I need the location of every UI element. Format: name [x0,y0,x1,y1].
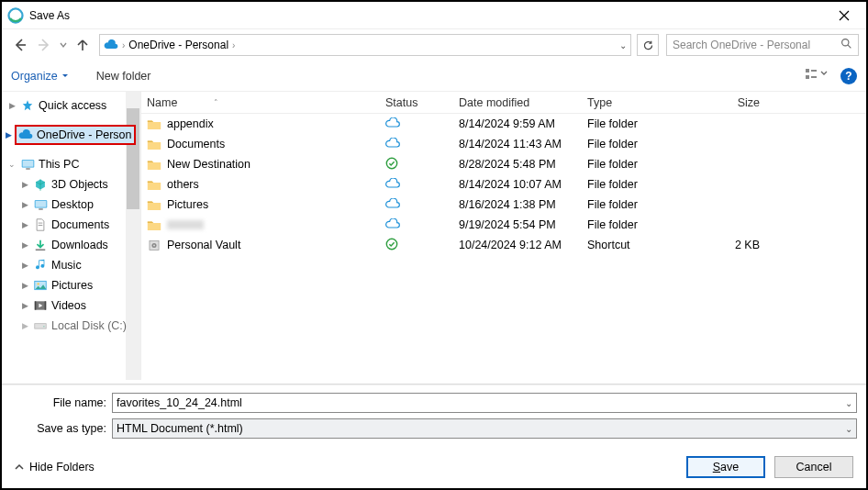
download-icon [33,238,48,252]
folder-icon [147,117,161,131]
view-controls: ? [806,68,857,84]
hide-folders-button[interactable]: Hide Folders [15,461,95,473]
chevron-down-icon [61,72,69,80]
svg-point-21 [43,326,45,328]
folder-icon [147,157,161,172]
filetype-select[interactable]: HTML Document (*.html) ⌄ [112,418,857,439]
cloud-icon [18,128,33,142]
col-status[interactable]: Status [385,96,459,109]
filename-input[interactable]: favorites_10_24_24.html ⌄ [112,393,857,413]
expand-icon[interactable]: ▶ [7,101,17,110]
cloud-icon [385,198,400,212]
view-mode-button[interactable] [806,68,828,84]
collapse-icon[interactable]: ⌄ [7,160,17,169]
svg-rect-2 [806,69,809,72]
toolbar: Organize New folder ? [2,61,866,92]
monitor-icon [33,197,48,212]
back-button[interactable] [9,34,31,56]
filename-label: File name: [11,396,112,409]
svg-rect-5 [811,76,817,78]
tree-item-local-disk[interactable]: ▶Local Disk (C:) [2,316,140,336]
svg-rect-19 [45,301,47,309]
svg-rect-18 [35,301,37,309]
cloud-icon [385,138,400,151]
folder-icon [147,137,161,151]
cancel-button[interactable]: Cancel [774,456,853,478]
tree-item-onedrive[interactable]: ▶ OneDrive - Person [2,125,140,145]
file-row[interactable]: Documents8/14/2024 11:43 AMFile folder [141,134,866,154]
file-row[interactable]: Pictures8/16/2024 1:38 PMFile folder [141,195,866,215]
file-row[interactable]: New Destination8/28/2024 5:48 PMFile fol… [141,154,866,174]
tree-item-pictures[interactable]: ▶Pictures [2,275,140,295]
file-row[interactable]: 9/19/2024 5:54 PMFile folder [141,215,866,235]
up-button[interactable] [72,34,94,56]
tree-item-3d-objects[interactable]: ▶3D Objects [2,174,140,195]
column-headers: Name˄ Status Date modified Type Size [141,92,866,114]
svg-rect-4 [811,70,817,72]
filetype-label: Save as type: [11,422,112,435]
save-accelerator: S [713,461,720,473]
forward-button[interactable] [33,34,55,56]
cloud-icon [385,218,400,232]
svg-rect-14 [36,249,46,251]
folder-icon [147,197,161,212]
image-icon [33,278,48,293]
new-folder-button[interactable]: New folder [96,70,151,83]
cloud-icon [104,38,118,52]
document-icon [33,217,48,232]
col-type[interactable]: Type [587,96,697,109]
tree-item-music[interactable]: ▶Music [2,255,140,275]
tree-item-downloads[interactable]: ▶Downloads [2,235,140,255]
col-date[interactable]: Date modified [459,96,587,109]
refresh-button[interactable] [637,34,659,56]
svg-rect-7 [22,161,33,167]
nav-tree: ▶ Quick access ▶ OneDrive - Person ⌄ [2,92,141,380]
video-icon [33,298,48,313]
search-icon [840,38,852,52]
expand-icon[interactable]: ▶ [4,130,13,139]
drive-icon [33,318,48,333]
cloud-icon [385,117,400,131]
address-dropdown[interactable]: ⌄ [619,40,627,50]
chevron-down-icon[interactable]: ⌄ [845,398,852,408]
svg-point-25 [153,244,155,246]
chevron-right-icon: › [232,40,235,50]
music-icon [33,258,48,273]
chevron-down-icon[interactable]: ⌄ [845,424,852,434]
cloud-icon [385,178,400,192]
file-row[interactable]: others8/14/2024 10:07 AMFile folder [141,174,866,195]
vault-icon [147,238,161,252]
close-button[interactable] [828,2,861,28]
svg-rect-13 [39,225,43,226]
organize-menu[interactable]: Organize [11,70,69,83]
tree-item-desktop[interactable]: ▶Desktop [2,195,140,215]
svg-rect-11 [39,208,43,210]
monitor-icon [20,157,35,172]
star-icon [20,98,35,113]
col-size[interactable]: Size [697,96,771,109]
breadcrumb-location[interactable]: OneDrive - Personal [128,39,228,51]
file-row[interactable]: appendix8/14/2024 9:59 AMFile folder [141,114,866,134]
nav-row: › OneDrive - Personal › ⌄ Search OneDriv… [2,29,866,61]
body: ▶ Quick access ▶ OneDrive - Person ⌄ [2,92,866,380]
help-button[interactable]: ? [840,68,857,84]
tree-item-documents[interactable]: ▶Documents [2,215,140,235]
recent-dropdown[interactable] [57,34,70,56]
save-button[interactable]: Save [686,456,765,478]
tree-item-quick-access[interactable]: ▶ Quick access [2,95,140,116]
svg-rect-3 [806,75,809,79]
file-fields: File name: favorites_10_24_24.html ⌄ Sav… [2,384,866,446]
svg-point-1 [842,39,849,46]
search-placeholder: Search OneDrive - Personal [673,39,810,51]
window-title: Save As [29,9,828,22]
col-name[interactable]: Name˄ [147,96,385,109]
file-row[interactable]: Personal Vault10/24/2024 9:12 AMShortcut… [141,235,866,255]
search-input[interactable]: Search OneDrive - Personal [666,34,859,56]
address-bar[interactable]: › OneDrive - Personal › ⌄ [99,34,631,56]
svg-rect-12 [39,223,43,224]
title-bar: Save As [2,2,866,29]
tree-item-videos[interactable]: ▶Videos [2,295,140,316]
tree-item-this-pc[interactable]: ⌄ This PC [2,154,140,174]
app-icon [7,7,24,24]
save-as-dialog: Save As › OneDrive - Personal › ⌄ [0,0,868,490]
